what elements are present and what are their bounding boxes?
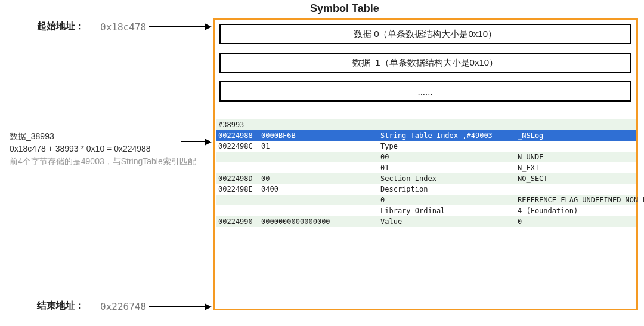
hex-cell: N_EXT [518,164,636,172]
hex-cell: 0 [380,196,518,204]
hex-cell: Library Ordinal [380,207,518,215]
note-line-3: 前4个字节存储的是49003，与StringTable索引匹配 [10,155,196,168]
hex-cell: 0022498C [216,142,261,150]
hex-row: Library Ordinal4 (Foundation) [216,205,636,216]
hex-cell: _NSLog [518,131,636,140]
hex-row: 0022498C01Type [216,141,636,152]
hex-cell: 00224990 [216,217,261,226]
hex-cell: 00 [261,174,380,183]
hex-cell: 0000BF6B [261,131,380,140]
hex-cell [518,142,636,150]
end-address-value: 0x226748 [100,301,146,312]
hex-row: 002249900000000000000000Value0 [216,216,636,227]
hex-cell: 01 [261,142,380,150]
hex-cell: 0022498E [216,185,261,193]
hex-row: 0022498E0400Description [216,184,636,195]
hex-cell [216,207,261,215]
hex-cell [261,196,380,204]
hex-cell [261,153,380,161]
entry-row-0: 数据 0（单条数据结构大小是0x10） [219,24,631,44]
hex-row: 0REFERENCE_FLAG_UNDEFINED_NON_LAZY [216,195,636,205]
hex-cell: 00 [380,153,518,161]
entry-row-ellipsis: ...... [219,81,631,102]
hex-cell: String Table Index ,#49003 [380,131,518,140]
start-address-value: 0x18c478 [100,21,146,33]
hex-cell: 0400 [261,185,380,193]
hex-comment: #38993 [216,121,261,129]
hex-comment-row: #38993 [216,119,636,130]
hex-cell [216,153,261,161]
hex-row: 00N_UNDF [216,152,636,162]
hex-cell: Type [380,142,518,150]
hex-cell: 0 [518,217,636,226]
hex-cell [216,196,261,204]
start-address-label: 起始地址： [37,20,85,33]
hex-dump-table: #38993 002249880000BF6BString Table Inde… [216,119,636,227]
hex-cell: Description [380,185,518,193]
hex-cell: 4 (Foundation) [518,207,636,215]
arrow-icon [181,141,210,142]
hex-cell [216,164,261,172]
hex-cell: N_UNDF [518,153,636,161]
hex-cell: NO_SECT [518,174,636,183]
note-line-1: 数据_38993 [10,131,54,141]
hex-cell: 0000000000000000 [261,217,380,226]
hex-cell: Value [380,217,518,226]
entry-row-1: 数据_1（单条数据结构大小是0x10） [219,53,631,73]
note-line-2: 0x18c478 + 38993 * 0x10 = 0x224988 [10,144,151,153]
hex-cell: 01 [380,164,518,172]
arrow-icon [149,306,210,307]
computation-note: 数据_38993 0x18c478 + 38993 * 0x10 = 0x224… [10,130,196,168]
hex-row: 01N_EXT [216,162,636,173]
hex-row: 002249880000BF6BString Table Index ,#490… [216,130,636,141]
diagram-title: Symbol Table [310,2,379,15]
hex-row: 0022498D00Section IndexNO_SECT [216,173,636,184]
hex-cell [261,207,380,215]
end-address-label: 结束地址： [37,300,85,312]
arrow-icon [149,26,210,27]
hex-cell: Section Index [380,174,518,183]
hex-cell [261,164,380,172]
hex-cell [518,185,636,193]
hex-cell: REFERENCE_FLAG_UNDEFINED_NON_LAZY [518,196,636,204]
hex-cell: 0022498D [216,174,261,183]
hex-cell: 00224988 [216,131,261,140]
